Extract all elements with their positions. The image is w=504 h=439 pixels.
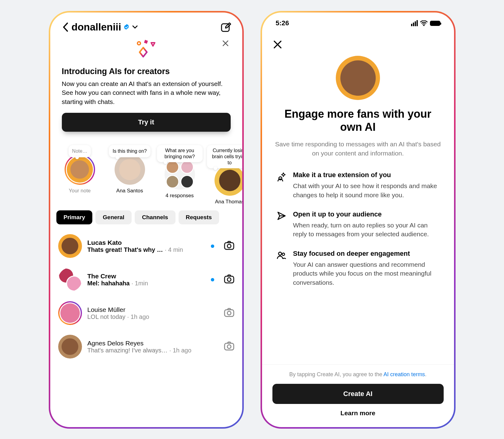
svg-point-6	[227, 278, 231, 281]
modal-header	[262, 34, 454, 50]
svg-point-10	[227, 345, 231, 348]
chat-preview: That's amazing! I've always…	[87, 347, 168, 354]
screen-left: donalleniii	[50, 12, 242, 427]
chat-row[interactable]: The Crew Mel: hahahaha· 1min	[50, 263, 242, 296]
bottom-block: By tapping Create AI, you agree to the A…	[262, 364, 454, 427]
hero-title: Engage more fans with your own AI	[274, 107, 442, 134]
tab-general[interactable]: General	[95, 210, 132, 224]
chat-row[interactable]: Louise Müller LOL not today· 1h ago	[50, 296, 242, 330]
note-item[interactable]: Currently losing brain cells trying to A…	[207, 145, 242, 205]
tab-channels[interactable]: Channels	[135, 210, 176, 224]
chat-time: 1min	[135, 280, 148, 287]
unread-dot	[211, 278, 214, 281]
account-switcher[interactable]: donalleniii	[72, 21, 138, 33]
chat-row[interactable]: Agnes Delos Reyes That's amazing! I've a…	[50, 330, 242, 363]
camera-icon[interactable]	[224, 308, 234, 318]
close-button[interactable]	[273, 40, 443, 50]
svg-rect-3	[225, 243, 234, 249]
avatar-collage	[165, 159, 195, 190]
feature-body: Your AI can answer questions and recomme…	[293, 260, 439, 287]
note-item-self[interactable]: Note… Your note	[57, 145, 103, 205]
notes-row: Note… Your note Is this thing on? Ana Sa…	[50, 140, 242, 210]
status-indicators	[411, 20, 440, 26]
chat-list: Lucas Kato Thats great! That's why …· 4 …	[50, 227, 242, 363]
svg-rect-2	[144, 40, 148, 44]
svg-point-8	[227, 311, 231, 315]
chat-time: 1h ago	[173, 347, 191, 354]
feature-list: Make it a true extension of you Chat wit…	[262, 158, 454, 287]
chat-name: Lucas Kato	[87, 239, 205, 246]
chat-body: Lucas Kato Thats great! That's why …· 4 …	[87, 239, 205, 253]
chat-avatar	[58, 268, 82, 291]
camera-icon[interactable]	[224, 241, 234, 251]
note-label: Ana Thomas	[215, 199, 242, 205]
legal-prefix: By tapping Create AI, you agree to the	[289, 371, 383, 377]
camera-icon[interactable]	[224, 341, 234, 352]
try-it-button[interactable]: Try it	[62, 113, 231, 132]
promo-body: Now you can create an AI that's an exten…	[62, 79, 231, 106]
screen-right: 5:26 Engage more fans with your own AI S…	[262, 12, 454, 427]
create-ai-button[interactable]: Create AI	[272, 384, 444, 404]
tab-primary[interactable]: Primary	[56, 210, 93, 224]
note-item[interactable]: What are you bringing now? 4 responses	[157, 145, 203, 205]
legal-link[interactable]: AI creation terms	[384, 371, 425, 377]
svg-point-1	[137, 42, 140, 45]
note-bubble: Note…	[69, 145, 91, 157]
cellular-icon	[411, 20, 418, 26]
hero-subtitle: Save time responding to messages with an…	[274, 140, 442, 158]
legal-text: By tapping Create AI, you agree to the A…	[272, 371, 444, 378]
chat-avatar	[58, 301, 82, 325]
unread-dot	[211, 244, 214, 248]
feature-title: Stay focused on deeper engagement	[293, 250, 439, 258]
feature-title: Make it a true extension of you	[293, 171, 439, 179]
verified-badge-icon	[123, 24, 130, 30]
back-button[interactable]	[59, 21, 72, 33]
note-label: Ana Santos	[116, 188, 143, 194]
svg-rect-7	[225, 310, 234, 316]
chat-row[interactable]: Lucas Kato Thats great! That's why …· 4 …	[50, 229, 242, 263]
feature-body: Chat with your AI to see how it responds…	[293, 181, 439, 199]
hero-avatar	[336, 56, 380, 100]
chat-body: The Crew Mel: hahahaha· 1min	[87, 273, 205, 287]
svg-rect-9	[225, 343, 234, 350]
feature-title: Open it up to your audience	[293, 210, 439, 218]
hero: Engage more fans with your own AI Save t…	[262, 50, 454, 158]
svg-rect-5	[225, 276, 234, 283]
chat-body: Agnes Delos Reyes That's amazing! I've a…	[87, 340, 218, 354]
phone-left: donalleniii	[49, 11, 244, 429]
ai-promo-card: Introducing AIs for creators Now you can…	[50, 33, 242, 140]
dm-header: donalleniii	[50, 12, 242, 33]
sparkle-person-icon	[277, 171, 286, 199]
chat-time: 1h ago	[131, 313, 149, 320]
promo-close-button[interactable]	[222, 40, 229, 48]
inbox-tabs: Primary General Channels Requests	[50, 210, 242, 227]
compose-button[interactable]	[220, 22, 231, 33]
chat-avatar	[58, 234, 82, 258]
feature-item: Stay focused on deeper engagement Your A…	[277, 250, 439, 287]
note-bubble: What are you bringing now?	[157, 145, 203, 162]
chat-time: 4 min	[168, 246, 183, 253]
feature-item: Open it up to your audience When ready, …	[277, 210, 439, 239]
sparkle-icon	[62, 37, 231, 64]
note-item[interactable]: Is this thing on? Ana Santos	[107, 145, 153, 205]
camera-icon[interactable]	[224, 274, 234, 285]
chevron-down-icon	[132, 25, 138, 29]
learn-more-button[interactable]: Learn more	[340, 409, 375, 417]
battery-icon	[430, 21, 440, 26]
status-bar: 5:26	[262, 12, 454, 34]
avatar	[115, 154, 145, 185]
avatar	[65, 154, 95, 185]
chat-preview: Thats great! That's why …	[87, 246, 163, 253]
svg-point-14	[282, 253, 285, 255]
tab-requests[interactable]: Requests	[179, 210, 219, 224]
send-icon	[277, 210, 286, 239]
people-icon	[277, 250, 286, 287]
username: donalleniii	[72, 21, 121, 33]
feature-item: Make it a true extension of you Chat wit…	[277, 171, 439, 199]
wifi-icon	[420, 20, 428, 26]
chat-avatar	[58, 335, 82, 359]
chat-body: Louise Müller LOL not today· 1h ago	[87, 306, 218, 320]
status-time: 5:26	[276, 19, 289, 27]
svg-point-4	[227, 244, 231, 248]
phone-right: 5:26 Engage more fans with your own AI S…	[261, 11, 456, 429]
